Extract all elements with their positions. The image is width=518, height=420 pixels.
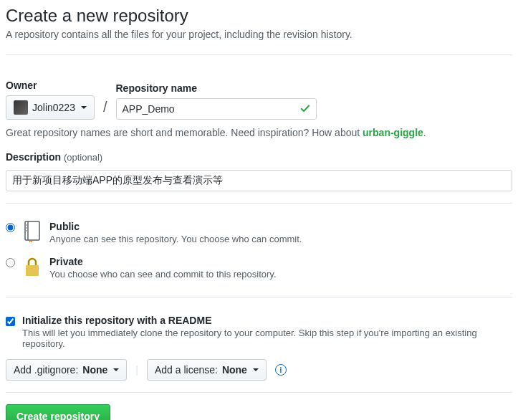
private-title: Private	[49, 256, 277, 267]
svg-rect-0	[25, 221, 39, 240]
repo-name-input[interactable]	[116, 98, 317, 120]
divider	[6, 297, 512, 297]
license-dropdown[interactable]: Add a license: None	[147, 359, 267, 381]
name-hint: Great repository names are short and mem…	[6, 127, 512, 138]
owner-dropdown[interactable]: Jolin0223	[6, 95, 95, 120]
init-readme-checkbox[interactable]	[6, 317, 15, 326]
caret-down-icon	[81, 106, 87, 109]
caret-down-icon	[253, 368, 259, 371]
create-repository-button[interactable]: Create repository	[6, 404, 110, 420]
repo-name-label: Repository name	[116, 82, 317, 94]
public-radio[interactable]	[6, 223, 15, 232]
divider	[6, 392, 512, 393]
gitignore-dropdown[interactable]: Add .gitignore: None	[6, 359, 127, 381]
owner-value: Jolin0223	[32, 102, 75, 113]
description-label: Description (optional)	[6, 151, 512, 163]
caret-down-icon	[113, 368, 119, 371]
private-note: You choose who can see and commit to thi…	[49, 269, 277, 280]
init-readme-title: Initialize this repository with a README	[22, 315, 512, 326]
svg-point-4	[26, 230, 27, 232]
page-subtitle: A repository contains all the files for …	[6, 29, 512, 40]
avatar	[14, 100, 28, 115]
lock-icon	[22, 256, 42, 277]
slash-separator: /	[100, 99, 110, 120]
private-radio[interactable]	[6, 258, 15, 267]
svg-point-3	[26, 227, 27, 229]
description-input[interactable]	[6, 170, 512, 191]
check-icon	[299, 102, 311, 116]
repo-icon	[22, 221, 42, 242]
svg-point-2	[26, 224, 27, 226]
public-title: Public	[49, 221, 302, 232]
owner-label: Owner	[6, 80, 95, 91]
divider: |	[135, 364, 138, 376]
svg-rect-5	[26, 265, 39, 276]
suggestion-link[interactable]: urban-giggle	[363, 127, 423, 138]
page-title: Create a new repository	[6, 6, 512, 26]
divider	[6, 54, 512, 55]
divider	[6, 203, 512, 204]
info-icon[interactable]: i	[275, 364, 287, 376]
public-note: Anyone can see this repository. You choo…	[49, 234, 302, 244]
init-readme-note: This will let you immediately clone the …	[22, 328, 512, 349]
